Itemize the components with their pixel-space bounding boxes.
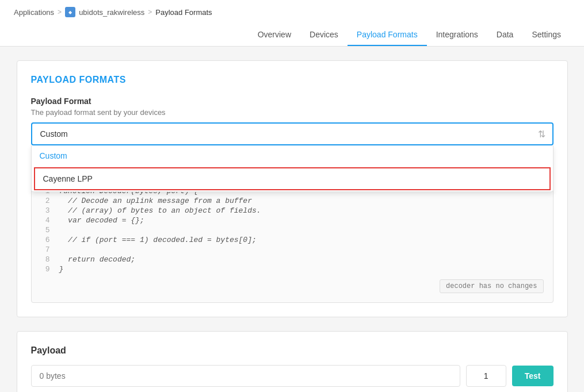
code-lines: 1function Decoder(bytes, port) {2 // Dec…	[41, 187, 544, 274]
line-number: 9	[41, 265, 50, 274]
code-line: 4 var decoded = {};	[41, 216, 544, 225]
dropdown-options: Custom Cayenne LPP	[31, 145, 554, 192]
code-line: 2 // Decode an uplink message from a buf…	[41, 197, 544, 205]
code-line: 9}	[41, 265, 544, 274]
tab-data[interactable]: Data	[487, 24, 523, 46]
main-content: PAYLOAD FORMATS Payload Format The paylo…	[7, 60, 577, 392]
code-line: 6 // if (port === 1) decoded.led = bytes…	[41, 236, 544, 244]
line-number: 8	[41, 255, 50, 264]
option-custom[interactable]: Custom	[32, 145, 553, 166]
code-line: 3 // (array) of bytes to an object of fi…	[41, 206, 544, 215]
status-badge: decoder has no changes	[440, 279, 543, 293]
option-cayenne[interactable]: Cayenne LPP	[34, 167, 551, 190]
code-line: 7	[41, 245, 544, 254]
tab-payload-formats[interactable]: Payload Formats	[348, 24, 427, 46]
format-field-label: Payload Format	[31, 97, 554, 106]
line-code: // Decode an uplink message from a buffe…	[59, 197, 252, 205]
breadcrumb-app-name[interactable]: ubidots_rakwireless	[79, 8, 144, 17]
line-number: 2	[41, 197, 50, 205]
tab-devices[interactable]: Devices	[300, 24, 348, 46]
line-code: // (array) of bytes to an object of fiel…	[59, 206, 261, 215]
format-dropdown[interactable]: Custom Cayenne LPP	[31, 122, 554, 145]
breadcrumb-applications[interactable]: Applications	[14, 8, 54, 17]
payload-input-row: Test	[31, 365, 554, 387]
tab-integrations[interactable]: Integrations	[427, 24, 487, 46]
test-button[interactable]: Test	[512, 366, 554, 386]
format-dropdown-container: Custom Cayenne LPP ⇅ Custom Cayenne LPP	[31, 122, 554, 145]
payload-port[interactable]	[466, 365, 506, 387]
line-number: 4	[41, 216, 50, 225]
line-code: // if (port === 1) decoded.led = bytes[0…	[59, 236, 257, 244]
format-field-desc: The payload format sent by your devices	[31, 108, 554, 117]
line-code: }	[59, 265, 64, 274]
line-number: 5	[41, 226, 50, 235]
breadcrumb-sep1: >	[58, 8, 62, 16]
breadcrumb-current: Payload Formats	[155, 8, 212, 17]
line-number: 7	[41, 245, 50, 254]
tab-overview[interactable]: Overview	[249, 24, 300, 46]
line-code: return decoded;	[59, 255, 136, 264]
line-code: var decoded = {};	[59, 216, 144, 225]
payload-label: Payload	[31, 345, 554, 356]
app-icon	[65, 7, 75, 17]
section-title: PAYLOAD FORMATS	[31, 75, 554, 85]
top-bar: Applications > ubidots_rakwireless > Pay…	[0, 0, 584, 47]
payload-formats-card: PAYLOAD FORMATS Payload Format The paylo…	[17, 60, 568, 317]
breadcrumb-sep2: >	[148, 8, 152, 16]
code-line: 5	[41, 226, 544, 235]
nav-tabs: Overview Devices Payload Formats Integra…	[14, 24, 570, 46]
format-field: Payload Format The payload format sent b…	[31, 97, 554, 145]
line-number: 3	[41, 206, 50, 215]
payload-input[interactable]	[31, 365, 460, 387]
code-status: decoder has no changes	[41, 279, 544, 293]
tab-settings[interactable]: Settings	[522, 24, 570, 46]
line-number: 6	[41, 236, 50, 244]
code-line: 8 return decoded;	[41, 255, 544, 264]
breadcrumb: Applications > ubidots_rakwireless > Pay…	[14, 0, 570, 17]
code-editor[interactable]: 1function Decoder(bytes, port) {2 // Dec…	[31, 177, 554, 303]
payload-section: Payload Test	[17, 331, 568, 392]
